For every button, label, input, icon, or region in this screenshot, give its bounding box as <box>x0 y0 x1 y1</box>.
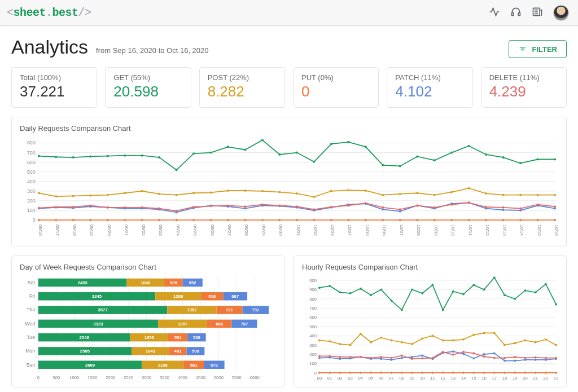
stat-card[interactable]: PUT (0%) 0 <box>293 67 379 108</box>
filter-button[interactable]: FILTER <box>509 40 567 58</box>
svg-point-475 <box>318 355 321 357</box>
svg-point-420 <box>493 332 496 334</box>
hourly-chart-panel: Hourly Requests Comparison Chart 0100200… <box>294 256 567 387</box>
svg-point-180 <box>537 219 539 221</box>
svg-text:573: 573 <box>211 362 218 367</box>
svg-point-484 <box>411 358 413 360</box>
svg-point-387 <box>401 309 403 311</box>
svg-text:667: 667 <box>231 294 239 299</box>
svg-point-118 <box>537 158 539 161</box>
headset-icon[interactable] <box>510 6 522 20</box>
svg-point-439 <box>442 372 444 374</box>
svg-point-241 <box>519 208 522 210</box>
svg-text:2546: 2546 <box>80 335 90 340</box>
svg-point-145 <box>468 187 470 190</box>
svg-text:15: 15 <box>471 376 476 381</box>
svg-text:Tue: Tue <box>27 334 35 340</box>
svg-point-238 <box>468 201 470 204</box>
svg-text:16: 16 <box>481 376 487 381</box>
svg-point-380 <box>329 285 331 287</box>
svg-point-477 <box>339 356 341 358</box>
svg-text:500: 500 <box>192 349 199 354</box>
svg-point-483 <box>401 354 403 356</box>
svg-point-125 <box>124 192 126 194</box>
svg-point-434 <box>391 372 393 374</box>
svg-point-101 <box>244 148 247 151</box>
avatar[interactable] <box>553 5 569 21</box>
svg-point-422 <box>514 342 516 344</box>
svg-point-408 <box>370 341 372 343</box>
svg-text:616: 616 <box>208 294 216 299</box>
news-icon[interactable] <box>532 6 543 20</box>
svg-point-98 <box>192 152 195 155</box>
svg-text:Sun: Sun <box>27 362 36 367</box>
svg-point-89 <box>38 155 40 157</box>
svg-text:09: 09 <box>410 376 415 381</box>
svg-point-108 <box>365 146 367 148</box>
svg-text:1357: 1357 <box>178 321 187 327</box>
svg-point-137 <box>330 190 332 192</box>
stat-card[interactable]: PATCH (11%) 4.102 <box>387 67 472 108</box>
stat-value: 37.221 <box>20 83 89 100</box>
svg-point-478 <box>349 356 352 358</box>
svg-text:Fri: Fri <box>29 293 35 299</box>
svg-point-150 <box>554 194 556 196</box>
svg-text:200: 200 <box>27 198 36 204</box>
daily-chart: 010020030040050060070080009/1609/1709/18… <box>20 135 558 241</box>
svg-text:09/27: 09/27 <box>227 224 232 236</box>
svg-point-120 <box>38 192 40 194</box>
svg-point-447 <box>524 372 527 374</box>
svg-text:200: 200 <box>309 352 317 357</box>
svg-text:5000: 5000 <box>214 375 224 380</box>
svg-point-433 <box>380 372 382 374</box>
svg-point-476 <box>329 355 331 357</box>
svg-point-136 <box>313 196 315 198</box>
svg-point-411 <box>401 341 403 343</box>
svg-point-144 <box>450 191 453 193</box>
svg-point-382 <box>349 292 352 294</box>
svg-point-138 <box>347 189 349 191</box>
svg-point-126 <box>141 190 143 192</box>
svg-text:5500: 5500 <box>232 375 242 380</box>
svg-text:500: 500 <box>52 375 60 380</box>
svg-text:09/22: 09/22 <box>141 224 146 236</box>
svg-point-482 <box>391 356 393 359</box>
svg-text:12: 12 <box>440 376 445 381</box>
svg-point-492 <box>493 356 496 359</box>
stat-value: 4.102 <box>395 83 464 100</box>
svg-point-444 <box>493 372 496 374</box>
svg-text:10/03: 10/03 <box>330 224 335 236</box>
svg-point-202 <box>382 208 384 210</box>
svg-point-467 <box>483 353 485 355</box>
dow-chart-panel: Day of Week Requests Comparison Chart 05… <box>11 256 284 387</box>
svg-point-445 <box>503 372 506 374</box>
stat-card[interactable]: POST (22%) 8.282 <box>199 67 285 108</box>
hourly-chart: 0100200300400500600700800900000000102030… <box>302 274 558 382</box>
svg-point-159 <box>176 219 178 221</box>
stat-card[interactable]: Total (100%) 37.221 <box>11 67 97 108</box>
stat-label: POST (22%) <box>208 73 277 82</box>
svg-text:1043: 1043 <box>146 349 156 354</box>
svg-text:Mon: Mon <box>25 348 35 354</box>
svg-point-223 <box>210 205 212 207</box>
svg-point-104 <box>296 152 298 154</box>
brand-logo[interactable]: <sheet.best/> <box>7 6 91 19</box>
svg-point-414 <box>431 334 434 337</box>
svg-point-92 <box>89 155 91 157</box>
topbar-actions <box>489 5 569 21</box>
svg-point-216 <box>89 204 91 206</box>
activity-icon[interactable] <box>489 6 500 20</box>
svg-point-418 <box>472 334 475 336</box>
svg-point-441 <box>462 372 465 374</box>
svg-point-157 <box>141 219 143 221</box>
stat-card[interactable]: GET (55%) 20.598 <box>105 67 191 108</box>
svg-point-424 <box>535 341 537 343</box>
stat-value: 8.282 <box>208 83 277 100</box>
stat-card[interactable]: DELETE (11%) 4.239 <box>481 67 567 108</box>
svg-point-106 <box>330 143 332 145</box>
svg-text:600: 600 <box>27 160 36 165</box>
svg-text:09/28: 09/28 <box>244 224 249 236</box>
svg-text:400: 400 <box>309 333 317 338</box>
svg-point-116 <box>502 156 505 158</box>
svg-point-178 <box>502 219 505 221</box>
